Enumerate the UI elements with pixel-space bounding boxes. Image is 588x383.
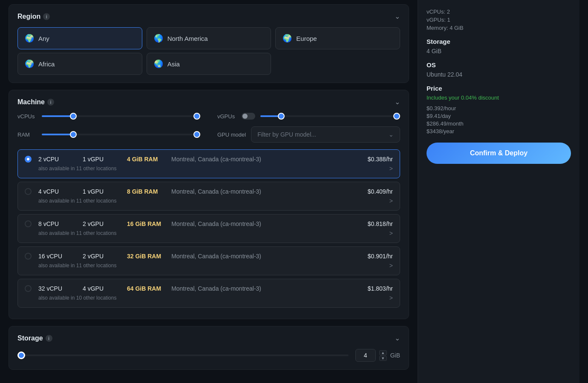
expand-arrow-icon[interactable]: > — [389, 294, 393, 301]
machine-radio[interactable] — [25, 220, 32, 227]
region-btn-africa[interactable]: 🌍 Africa — [17, 53, 142, 75]
ram-slider-group: RAM — [17, 131, 200, 138]
machine-row[interactable]: 16 vCPU 2 vGPU 32 GiB RAM Montreal, Cana… — [17, 246, 400, 275]
vcpus-slider-thumb-right[interactable] — [193, 113, 200, 120]
sidebar-vcpus: vCPUs: 2 — [427, 9, 571, 15]
region-section: Region i ⌄ 🌍 Any 🌎 North America 🌍 Europ… — [9, 4, 409, 83]
region-chevron-icon[interactable]: ⌄ — [395, 12, 400, 20]
vgpus-toggle-thumb — [242, 114, 248, 119]
ram-label: RAM — [17, 131, 37, 138]
storage-chevron-icon[interactable]: ⌄ — [395, 334, 400, 342]
machine-vgpu: 1 vGPU — [83, 156, 117, 163]
machine-row[interactable]: 32 vCPU 4 vGPU 64 GiB RAM Montreal, Cana… — [17, 279, 400, 308]
machine-ram: 32 GiB RAM — [127, 253, 161, 260]
vcpus-slider-track[interactable] — [42, 115, 200, 117]
machine-info-icon[interactable]: i — [47, 99, 54, 106]
storage-increment-button[interactable]: ▲ — [379, 350, 387, 355]
globe-na-icon: 🌎 — [154, 34, 163, 43]
storage-decrement-button[interactable]: ▼ — [379, 356, 387, 361]
machine-vcpu: 16 vCPU — [38, 253, 72, 260]
storage-slider-thumb[interactable] — [17, 352, 25, 359]
vcpus-slider-group: vCPUs — [17, 113, 200, 120]
machine-ram: 8 GiB RAM — [127, 188, 161, 195]
machine-availability: also available in 11 other locations — [38, 230, 116, 236]
region-btn-north-america[interactable]: 🌎 North America — [147, 27, 271, 49]
sidebar-storage-title: Storage — [427, 38, 571, 45]
region-btn-any[interactable]: 🌍 Any — [17, 27, 142, 49]
machine-location: Montreal, Canada (ca-montreal-3) — [171, 188, 357, 195]
vcpus-slider-thumb-left[interactable] — [70, 113, 77, 120]
machine-radio[interactable] — [25, 188, 32, 195]
machine-row-main: 16 vCPU 2 vGPU 32 GiB RAM Montreal, Cana… — [25, 253, 393, 260]
expand-arrow-icon[interactable]: > — [389, 230, 393, 237]
machine-availability: also available in 10 other locations — [38, 295, 116, 301]
machine-title-text: Machine — [17, 98, 45, 106]
confirm-deploy-button[interactable]: Confirm & Deploy — [427, 143, 571, 164]
machine-vgpu: 4 vGPU — [83, 285, 117, 292]
region-btn-asia[interactable]: 🌏 Asia — [147, 53, 271, 75]
machine-radio[interactable] — [25, 285, 32, 292]
expand-arrow-icon[interactable]: > — [389, 262, 393, 269]
region-grid-row2: 🌍 Africa 🌏 Asia — [17, 53, 400, 75]
ram-slider-thumb-left[interactable] — [70, 131, 77, 138]
machine-row-sub: also available in 10 other locations > — [25, 294, 393, 301]
machine-specs: 8 vCPU 2 vGPU 16 GiB RAM Montreal, Canad… — [38, 220, 393, 227]
vgpus-slider-group: vGPUs — [217, 113, 400, 120]
machine-row-main: 32 vCPU 4 vGPU 64 GiB RAM Montreal, Cana… — [25, 285, 393, 292]
ram-slider-track[interactable] — [42, 134, 200, 135]
vgpus-slider-thumb-left[interactable] — [278, 113, 285, 120]
machine-row[interactable]: 2 vCPU 1 vGPU 4 GiB RAM Montreal, Canada… — [17, 149, 400, 178]
gpu-dropdown[interactable]: Filter by GPU model... ⌄ — [251, 126, 400, 143]
machine-ram: 64 GiB RAM — [127, 285, 161, 292]
sidebar-price-year: $3438/year — [427, 128, 571, 134]
machine-row[interactable]: 4 vCPU 1 vGPU 8 GiB RAM Montreal, Canada… — [17, 182, 400, 211]
machine-price: $0.818/hr — [368, 220, 393, 227]
gpu-model-label: GPU model — [217, 131, 246, 138]
vgpus-toggle[interactable] — [242, 113, 255, 120]
storage-slider-track[interactable] — [17, 354, 349, 356]
sliders-row2: RAM GPU model Filter by GPU model... ⌄ — [17, 126, 400, 143]
machine-price: $1.803/hr — [368, 285, 393, 292]
machine-specs: 4 vCPU 1 vGPU 8 GiB RAM Montreal, Canada… — [38, 188, 393, 195]
machine-availability: also available in 11 other locations — [38, 263, 116, 269]
region-btn-europe[interactable]: 🌍 Europe — [275, 27, 400, 49]
region-info-icon[interactable]: i — [43, 13, 50, 20]
machine-row-sub: also available in 11 other locations > — [25, 230, 393, 237]
machine-section: Machine i ⌄ vCPUs vGPUs — [9, 90, 409, 319]
region-na-label: North America — [167, 35, 208, 42]
sidebar-discount-text: Includes your 0.04% discount — [427, 94, 571, 101]
machine-vcpu: 2 vCPU — [38, 156, 72, 163]
region-title: Region i — [17, 13, 50, 20]
machine-vgpu: 2 vGPU — [83, 253, 117, 260]
expand-arrow-icon[interactable]: > — [389, 165, 393, 172]
machine-title: Machine i — [17, 98, 54, 106]
machine-location: Montreal, Canada (ca-montreal-3) — [171, 220, 357, 227]
machine-price: $0.409/hr — [368, 188, 393, 195]
sidebar-price-month: $286.49/month — [427, 120, 571, 127]
vgpus-slider-thumb-right[interactable] — [393, 113, 400, 120]
region-eu-label: Europe — [296, 35, 317, 42]
storage-title-text: Storage — [17, 334, 43, 342]
expand-arrow-icon[interactable]: > — [389, 197, 393, 204]
machine-row-sub: also available in 11 other locations > — [25, 197, 393, 204]
machine-vcpu: 8 vCPU — [38, 220, 72, 227]
machine-chevron-icon[interactable]: ⌄ — [395, 98, 400, 106]
storage-info-icon[interactable]: i — [46, 335, 52, 342]
storage-slider-row: ▲ ▼ GiB — [17, 349, 400, 362]
machine-row-sub: also available in 11 other locations > — [25, 165, 393, 172]
sidebar-memory: Memory: 4 GiB — [427, 25, 571, 31]
gpu-filter-group: GPU model Filter by GPU model... ⌄ — [217, 126, 400, 143]
machine-radio[interactable] — [25, 253, 32, 260]
machine-price: $0.901/hr — [368, 253, 393, 260]
gpu-dropdown-chevron-icon: ⌄ — [389, 131, 394, 138]
storage-input-group: ▲ ▼ GiB — [355, 349, 400, 362]
machine-vcpu: 32 vCPU — [38, 285, 72, 292]
storage-value-input[interactable] — [355, 349, 376, 362]
machine-location: Montreal, Canada (ca-montreal-3) — [171, 253, 357, 260]
sidebar-os-value: Ubuntu 22.04 — [427, 71, 571, 78]
machine-radio[interactable] — [25, 156, 32, 163]
vgpus-slider-track[interactable] — [260, 115, 400, 117]
machine-row[interactable]: 8 vCPU 2 vGPU 16 GiB RAM Montreal, Canad… — [17, 214, 400, 243]
ram-slider-thumb-right[interactable] — [193, 131, 200, 138]
vcpus-slider-fill — [42, 115, 73, 117]
